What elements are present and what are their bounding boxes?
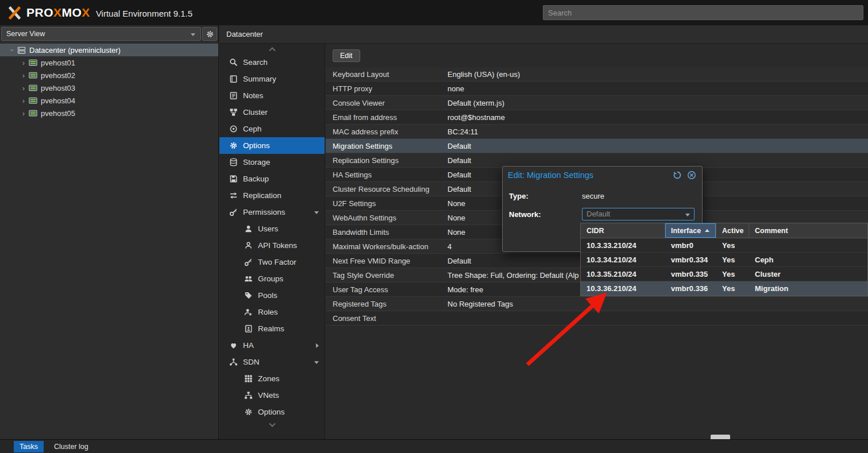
- nav-item[interactable]: Search: [219, 54, 325, 71]
- backup-icon: [229, 175, 238, 183]
- nav-item[interactable]: Realms: [219, 320, 325, 337]
- nav-item[interactable]: Backup: [219, 171, 325, 187]
- view-select[interactable]: Server View: [1, 27, 201, 41]
- tree-item[interactable]: pvehost03: [0, 82, 218, 94]
- pools-icon: [244, 291, 253, 300]
- cidr-cell: 10.3.34.210/24: [581, 255, 665, 264]
- tab-cluster-log[interactable]: Cluster log: [54, 443, 88, 451]
- options-row[interactable]: Email from address root@$hostname: [326, 110, 868, 125]
- tab-tasks[interactable]: Tasks: [14, 441, 44, 452]
- tree-item[interactable]: pvehost05: [0, 107, 218, 119]
- nav-item[interactable]: Ceph: [219, 121, 325, 137]
- datacenter-icon: [17, 46, 26, 55]
- picker-header: CIDR Interface Active Comment: [581, 223, 867, 238]
- permissions-icon: [229, 208, 238, 216]
- sidebar-toolbar: Server View: [0, 25, 218, 42]
- nav-item[interactable]: API Tokens: [219, 237, 325, 254]
- options-row[interactable]: MAC address prefix BC:24:11: [326, 125, 868, 139]
- edit-button[interactable]: Edit: [333, 49, 360, 62]
- type-label: Type:: [509, 192, 582, 200]
- column-header-active[interactable]: Active: [716, 223, 749, 238]
- active-cell: Yes: [716, 270, 749, 278]
- active-cell: Yes: [716, 284, 749, 293]
- nav-item-label: Notes: [243, 91, 263, 100]
- nav-scroll-down[interactable]: [219, 420, 325, 431]
- type-field-row: Type: secure: [509, 192, 696, 200]
- expander-icon[interactable]: [20, 84, 28, 92]
- nav-item-label: SDN: [243, 358, 260, 366]
- options-row[interactable]: Keyboard Layout English (USA) (en-us): [326, 67, 868, 82]
- option-value: BC:24:11: [441, 127, 868, 136]
- active-cell: Yes: [716, 241, 749, 250]
- search-input[interactable]: [543, 5, 863, 20]
- column-header-cidr[interactable]: CIDR: [581, 223, 665, 238]
- expander-icon[interactable]: [20, 96, 28, 105]
- network-option-row[interactable]: 10.3.36.210/24 vmbr0.336 Yes Migration: [581, 281, 867, 296]
- nav-item[interactable]: Notes: [219, 87, 325, 104]
- nav-item[interactable]: Options: [219, 404, 325, 420]
- nav-item[interactable]: Zones: [219, 370, 325, 387]
- nav-item[interactable]: SDN: [219, 354, 325, 370]
- tree-item[interactable]: Datacenter (pveminicluster): [0, 44, 218, 56]
- nav-item-label: Realms: [258, 324, 284, 333]
- network-option-row[interactable]: 10.3.34.210/24 vmbr0.334 Yes Ceph: [581, 253, 867, 267]
- nav-scroll-up[interactable]: [219, 44, 325, 54]
- nav-item-label: HA: [243, 341, 254, 350]
- option-name: Migration Settings: [326, 142, 441, 150]
- nav-item[interactable]: Two Factor: [219, 254, 325, 270]
- network-option-row[interactable]: 10.3.33.210/24 vmbr0 Yes: [581, 238, 867, 253]
- tree-item[interactable]: pvehost01: [0, 56, 218, 69]
- nav-item[interactable]: VNets: [219, 387, 325, 404]
- column-header-comment[interactable]: Comment: [749, 223, 867, 238]
- tree-item[interactable]: pvehost02: [0, 69, 218, 82]
- network-option-row[interactable]: 10.3.35.210/24 vmbr0.335 Yes Cluster: [581, 267, 867, 281]
- nav-item[interactable]: Pools: [219, 287, 325, 304]
- tree-item-label: pvehost02: [41, 71, 75, 80]
- gear-icon: [229, 141, 238, 150]
- user-icon: [244, 224, 253, 233]
- option-name: WebAuthn Settings: [326, 214, 441, 222]
- nav-item-label: Ceph: [243, 125, 261, 133]
- nav-item[interactable]: Cluster: [219, 104, 325, 121]
- host-icon: [29, 59, 37, 67]
- tree-item[interactable]: pvehost04: [0, 94, 218, 107]
- resource-tree: Datacenter (pveminicluster) pvehost01 pv…: [0, 42, 218, 119]
- options-row[interactable]: Consent Text: [326, 311, 868, 326]
- options-row[interactable]: Registered Tags No Registered Tags: [326, 297, 868, 311]
- status-bar: Tasks Cluster log: [0, 439, 868, 453]
- column-header-interface[interactable]: Interface: [665, 223, 716, 238]
- network-field-row: Network: Default: [509, 208, 696, 220]
- interface-cell: vmbr0.335: [665, 270, 716, 278]
- expander-icon[interactable]: [20, 109, 28, 118]
- notes-icon: [229, 91, 238, 100]
- tree-settings-button[interactable]: [202, 27, 217, 41]
- close-icon[interactable]: [687, 171, 697, 180]
- nav-item[interactable]: Replication: [219, 187, 325, 204]
- options-row[interactable]: Console Viewer Default (xterm.js): [326, 96, 868, 110]
- undo-icon[interactable]: [673, 171, 682, 180]
- nav-item[interactable]: Options: [219, 137, 325, 154]
- nav-item[interactable]: Permissions: [219, 204, 325, 220]
- options-row[interactable]: Migration Settings Default: [326, 139, 868, 153]
- nav-item[interactable]: Groups: [219, 270, 325, 287]
- comment-cell: Migration: [749, 284, 867, 293]
- expander-icon[interactable]: [20, 59, 28, 67]
- comment-cell: Ceph: [749, 255, 867, 264]
- nav-item[interactable]: HA: [219, 337, 325, 354]
- nav-item[interactable]: Users: [219, 220, 325, 237]
- expander-icon[interactable]: [8, 46, 16, 55]
- options-row[interactable]: HTTP proxy none: [326, 82, 868, 96]
- zones-icon: [244, 374, 253, 383]
- nav-item[interactable]: Roles: [219, 304, 325, 320]
- nav-items: Search Summary Notes Cluster: [219, 54, 325, 420]
- nav-item-label: Storage: [243, 158, 270, 167]
- nav-item[interactable]: Storage: [219, 154, 325, 171]
- expander-icon[interactable]: [20, 71, 28, 80]
- network-combobox[interactable]: Default: [582, 208, 695, 220]
- option-name: HA Settings: [326, 171, 441, 179]
- ha-icon: [229, 341, 238, 350]
- option-name: Bandwidth Limits: [326, 228, 441, 237]
- option-name: MAC address prefix: [326, 127, 441, 136]
- nav-item[interactable]: Summary: [219, 71, 325, 87]
- option-value: none: [441, 84, 868, 93]
